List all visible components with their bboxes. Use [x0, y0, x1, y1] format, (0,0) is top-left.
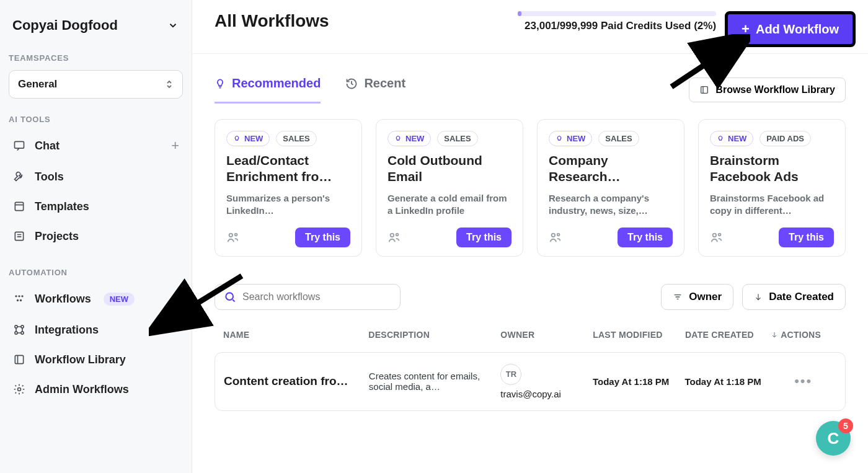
workflow-card[interactable]: NEW SALES Cold Outbound Email Generate a…: [376, 119, 523, 257]
col-date-created: DATE CREATED: [685, 330, 764, 340]
category-chip: SALES: [437, 131, 477, 146]
svg-point-21: [713, 233, 717, 237]
credits-text: 23,001/999,999 Paid Credits Used (2%): [525, 20, 716, 32]
gear-icon: [12, 382, 26, 396]
row-owner: TR travis@copy.ai: [500, 364, 587, 399]
sort-icon: [165, 79, 174, 89]
nav-label: Chat: [35, 139, 60, 153]
card-title: Cold Outbound Email: [388, 153, 512, 186]
sidebar-item-chat[interactable]: Chat +: [9, 131, 183, 160]
library-icon: [699, 85, 709, 95]
nav-label: Projects: [35, 230, 79, 243]
nav-label: Workflows: [35, 293, 91, 306]
workflow-card[interactable]: NEW PAID ADS Brainstorm Facebook Ads Bra…: [698, 119, 846, 257]
sidebar: Copyai Dogfood TEAMSPACES General AI TOO…: [0, 0, 192, 473]
section-label-automation: AUTOMATION: [9, 262, 183, 281]
sidebar-item-admin-workflows[interactable]: Admin Workflows: [9, 376, 183, 402]
svg-point-20: [557, 233, 560, 236]
svg-point-15: [229, 233, 233, 237]
person-icon: [388, 231, 401, 244]
svg-point-5: [21, 295, 23, 297]
add-workflow-label: Add Workflow: [756, 22, 839, 37]
sidebar-item-workflows[interactable]: Workflows NEW +: [9, 285, 183, 313]
try-button[interactable]: Try this: [618, 228, 673, 247]
workspace-switcher[interactable]: Copyai Dogfood: [9, 12, 183, 43]
teamspace-select[interactable]: General: [9, 70, 183, 99]
nav-label: Integrations: [35, 324, 99, 337]
section-label-ai-tools: AI TOOLS: [9, 108, 183, 128]
filter-owner-label: Owner: [689, 291, 722, 303]
card-description: Brainstorms Facebook ad copy in differen…: [710, 192, 834, 218]
search-input[interactable]: [242, 291, 391, 303]
svg-point-22: [719, 233, 721, 236]
filter-owner-button[interactable]: Owner: [661, 284, 733, 310]
col-owner: OWNER: [500, 330, 587, 340]
svg-point-3: [15, 295, 17, 297]
svg-point-4: [18, 295, 20, 297]
try-button[interactable]: Try this: [779, 228, 834, 247]
search-box[interactable]: [215, 284, 401, 310]
main: All Workflows 23,001/999,999 Paid Credit…: [192, 0, 868, 473]
lightbulb-icon: [215, 78, 226, 89]
browse-library-button[interactable]: Browse Workflow Library: [689, 77, 846, 102]
nav-label: Workflow Library: [35, 353, 126, 366]
history-icon: [345, 77, 358, 90]
add-workflow-button[interactable]: + Add Workflow: [725, 11, 856, 47]
credits: 23,001/999,999 Paid Credits Used (2%): [518, 11, 716, 32]
fab-label: C: [828, 429, 839, 448]
sidebar-item-tools[interactable]: Tools: [9, 164, 183, 190]
card-title: Company Research…: [549, 153, 673, 186]
category-chip: PAID ADS: [760, 131, 811, 146]
try-button[interactable]: Try this: [456, 228, 512, 247]
card-description: Summarizes a person's LinkedIn…: [226, 192, 350, 218]
plus-icon: +: [742, 21, 750, 37]
tab-recommended[interactable]: Recommended: [215, 76, 321, 104]
card-description: Generate a cold email from a LinkedIn pr…: [388, 192, 512, 218]
workflow-card[interactable]: NEW SALES Company Research… Research a c…: [537, 119, 684, 257]
table-row[interactable]: Content creation fro… Creates content fo…: [215, 352, 846, 411]
col-last-modified: LAST MODIFIED: [593, 330, 679, 340]
browse-library-label: Browse Workflow Library: [715, 84, 835, 95]
help-fab[interactable]: C 5: [816, 421, 851, 456]
projects-icon: [12, 229, 26, 243]
svg-point-13: [18, 388, 21, 391]
svg-rect-12: [15, 355, 23, 363]
nav-label: Tools: [35, 170, 64, 183]
chevron-down-icon: [167, 19, 179, 32]
teamspace-selected-label: General: [18, 78, 57, 91]
sidebar-item-workflow-library[interactable]: Workflow Library: [9, 347, 183, 373]
try-button[interactable]: Try this: [295, 228, 350, 247]
workflows-icon: [12, 292, 26, 306]
tab-label: Recommended: [232, 76, 321, 91]
owner-email: travis@copy.ai: [500, 389, 587, 399]
sidebar-item-templates[interactable]: Templates: [9, 193, 183, 219]
search-icon: [224, 291, 236, 303]
svg-point-7: [20, 299, 22, 301]
row-actions-menu[interactable]: •••: [770, 373, 836, 389]
page-title: All Workflows: [215, 11, 329, 31]
plus-icon[interactable]: +: [171, 291, 179, 307]
plus-icon[interactable]: +: [171, 138, 179, 154]
tab-recent[interactable]: Recent: [345, 76, 405, 104]
card-title: Brainstorm Facebook Ads: [710, 153, 834, 186]
person-icon: [710, 231, 724, 244]
table-header: NAME DESCRIPTION OWNER LAST MODIFIED DAT…: [215, 310, 846, 348]
workflow-card[interactable]: NEW SALES Lead/Contact Enrichment fro… S…: [215, 119, 362, 257]
fab-badge: 5: [838, 418, 853, 433]
sidebar-item-projects[interactable]: Projects: [9, 223, 183, 249]
person-icon: [226, 231, 240, 244]
new-chip: NEW: [226, 131, 270, 146]
svg-point-6: [17, 299, 19, 301]
new-chip: NEW: [388, 131, 431, 146]
card-description: Research a company's industry, news, siz…: [549, 192, 673, 218]
tabs-group: Recommended Recent: [215, 76, 405, 104]
new-chip: NEW: [549, 131, 592, 146]
row-date-created: Today At 1:18 PM: [684, 376, 764, 387]
arrow-down-icon: [754, 293, 763, 301]
sidebar-item-integrations[interactable]: Integrations: [9, 317, 183, 343]
filter-date-created-button[interactable]: Date Created: [742, 284, 846, 310]
person-icon: [549, 231, 562, 244]
filter-date-label: Date Created: [769, 291, 834, 303]
svg-point-18: [396, 233, 399, 236]
col-actions: ACTIONS: [771, 330, 837, 340]
